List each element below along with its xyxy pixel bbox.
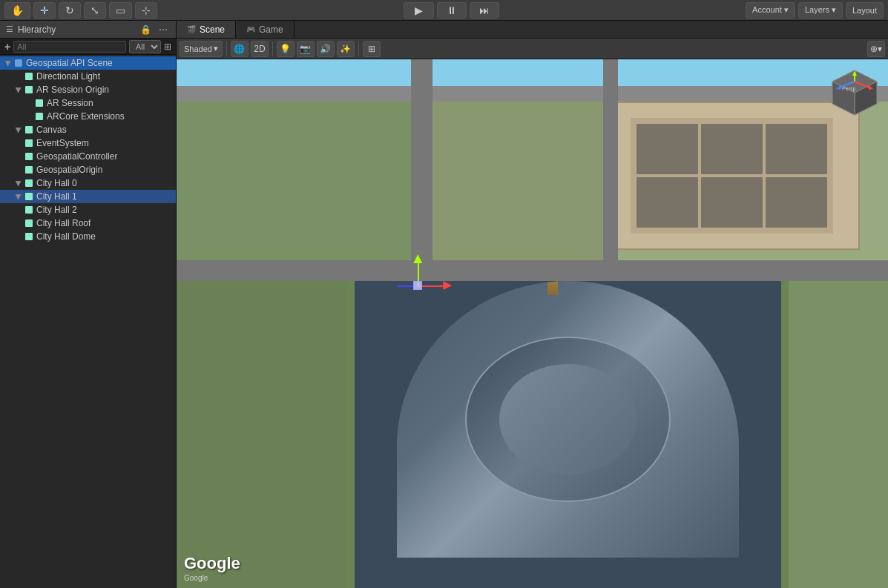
block-br <box>789 281 888 588</box>
gameobject-icon-arcore-extensions <box>34 111 45 122</box>
hierarchy-add-icon[interactable]: ⊞ <box>164 42 171 52</box>
audio-icon: 🔊 <box>320 44 331 54</box>
tree-item-ar-session[interactable]: AR Session <box>0 96 176 110</box>
gameobject-icon-city-hall-2 <box>24 205 34 215</box>
tree-item-city-hall-2[interactable]: City Hall 2 <box>0 203 176 217</box>
gameobject-icon-geospatial-controller <box>24 151 34 162</box>
toggle-city-hall-roof <box>13 218 24 228</box>
step-button[interactable]: ⏭ <box>470 2 499 19</box>
tree-item-directional-light[interactable]: Directional Light <box>0 70 176 83</box>
tree-item-event-system[interactable]: EventSystem <box>0 136 176 150</box>
gameobject-icon-city-hall-roof <box>24 218 34 228</box>
svg-text:Persp: Persp <box>842 86 855 92</box>
hierarchy-more-icon[interactable]: ⋯ <box>157 24 170 36</box>
gameobject-icon-city-hall-0 <box>24 178 34 188</box>
tree-item-geospatial-origin[interactable]: GeospatialOrigin <box>0 163 176 176</box>
gameobject-icon-geospatial-origin <box>24 165 34 175</box>
2d-label: 2D <box>254 44 265 54</box>
gameobject-icon-ar-session <box>34 98 45 108</box>
hierarchy-title: Hierarchy <box>18 24 134 35</box>
label-geospatial-scene: Geospatial API Scene <box>26 58 113 68</box>
hand-tool-button[interactable]: ✋ <box>4 2 30 19</box>
tree-item-city-hall-dome[interactable]: City Hall Dome <box>0 230 176 243</box>
pause-button[interactable]: ⏸ <box>437 2 467 19</box>
toggle-directional-light <box>13 71 24 82</box>
layout-button[interactable]: Layout <box>846 2 884 19</box>
label-event-system: EventSystem <box>36 138 89 148</box>
label-canvas: Canvas <box>36 125 67 135</box>
gameobject-icon-ar-session-origin <box>24 85 34 95</box>
tree-item-ar-session-origin[interactable]: AR Session Origin <box>0 83 176 96</box>
svg-rect-1 <box>25 73 33 80</box>
label-city-hall-roof: City Hall Roof <box>36 218 91 228</box>
navigation-cube[interactable]: Persp <box>829 67 881 119</box>
toggle-geospatial-origin <box>13 165 24 175</box>
label-geospatial-controller: GeospatialController <box>36 151 117 162</box>
toggle-event-system <box>13 138 24 148</box>
scene-viewport[interactable]: Persp Google Google <box>177 59 888 588</box>
account-button[interactable]: Account ▾ <box>746 2 795 19</box>
block-bl <box>177 281 347 588</box>
sep3 <box>358 42 359 56</box>
tree-item-canvas[interactable]: Canvas <box>0 123 176 136</box>
custom-tool-button[interactable]: ⊹ <box>135 2 157 19</box>
move-tool-button[interactable]: ✛ <box>33 2 56 19</box>
toggle-city-hall-dome <box>13 231 24 242</box>
scale-tool-button[interactable]: ⤡ <box>84 2 106 19</box>
main-toolbar: ✋ ✛ ↻ ⤡ ▭ ⊹ ▶ ⏸ ⏭ Account ▾ Layers ▾ Lay… <box>0 0 888 21</box>
fx-toggle-button[interactable]: ✨ <box>337 41 355 57</box>
toggle-ar-session-origin[interactable] <box>13 85 24 95</box>
add-button[interactable]: + <box>4 41 10 53</box>
shading-dropdown[interactable]: Shaded ▾ <box>180 41 223 57</box>
toggle-city-hall-1[interactable] <box>13 191 24 202</box>
city-hall-building <box>603 102 859 250</box>
toggle-canvas[interactable] <box>13 125 24 135</box>
tree-item-geospatial-controller[interactable]: GeospatialController <box>0 150 176 163</box>
tree-item-city-hall-0[interactable]: City Hall 0 <box>0 176 176 190</box>
toggle-geospatial-controller <box>13 151 24 162</box>
hierarchy-lock-icon[interactable]: 🔒 <box>138 24 154 36</box>
toggle-geospatial-scene[interactable] <box>3 58 13 68</box>
label-city-hall-1: City Hall 1 <box>36 191 77 202</box>
hierarchy-panel: ☰ Hierarchy 🔒 ⋯ + All ⊞ <box>0 21 177 588</box>
tab-scene[interactable]: 🎬 Scene <box>177 21 236 38</box>
svg-rect-2 <box>25 86 33 93</box>
toggle-ar-session <box>24 98 34 108</box>
svg-rect-7 <box>25 153 33 160</box>
hierarchy-search-bar: + All ⊞ <box>0 39 176 55</box>
tree-item-geospatial-scene[interactable]: Geospatial API Scene <box>0 56 176 70</box>
camera-toggle-button[interactable]: 📷 <box>297 41 315 57</box>
grid-icon: ⊞ <box>368 44 375 54</box>
app-window: ✋ ✛ ↻ ⤡ ▭ ⊹ ▶ ⏸ ⏭ Account ▾ Layers ▾ Lay… <box>0 0 888 588</box>
tree-item-city-hall-1[interactable]: City Hall 1 <box>0 190 176 203</box>
2d-button[interactable]: 2D <box>251 41 269 57</box>
rect-tool-button[interactable]: ▭ <box>109 2 132 19</box>
layers-button[interactable]: Layers ▾ <box>798 2 843 19</box>
hierarchy-header: ☰ Hierarchy 🔒 ⋯ <box>0 21 176 39</box>
scene-tab-bar: 🎬 Scene 🎮 Game <box>177 21 888 39</box>
light-toggle-button[interactable]: 💡 <box>277 41 295 57</box>
block-ul <box>177 102 426 260</box>
audio-toggle-button[interactable]: 🔊 <box>317 41 335 57</box>
block-um <box>433 102 611 260</box>
toggle-city-hall-0[interactable] <box>13 178 24 188</box>
gizmo-dropdown[interactable]: ⊕ ▾ <box>867 41 885 57</box>
play-button[interactable]: ▶ <box>404 2 434 19</box>
tree-item-city-hall-roof[interactable]: City Hall Roof <box>0 217 176 230</box>
camera-icon: 📷 <box>300 44 311 54</box>
svg-rect-11 <box>25 206 33 214</box>
svg-rect-4 <box>36 113 43 120</box>
tree-item-arcore-extensions[interactable]: ARCore Extensions <box>0 110 176 123</box>
svg-rect-10 <box>25 193 33 200</box>
rotate-tool-button[interactable]: ↻ <box>59 2 81 19</box>
search-dropdown[interactable]: All <box>129 40 161 53</box>
google-sub-watermark: Google <box>184 574 208 582</box>
globe-button[interactable]: 🌐 <box>231 41 249 57</box>
game-tab-icon: 🎮 <box>246 25 255 33</box>
search-input[interactable] <box>13 41 126 53</box>
game-tab-label: Game <box>259 24 283 35</box>
city-aerial <box>177 59 888 588</box>
grid-toggle-button[interactable]: ⊞ <box>363 41 381 57</box>
hierarchy-menu-icon[interactable]: ☰ <box>6 24 13 34</box>
tab-game[interactable]: 🎮 Game <box>236 21 295 38</box>
